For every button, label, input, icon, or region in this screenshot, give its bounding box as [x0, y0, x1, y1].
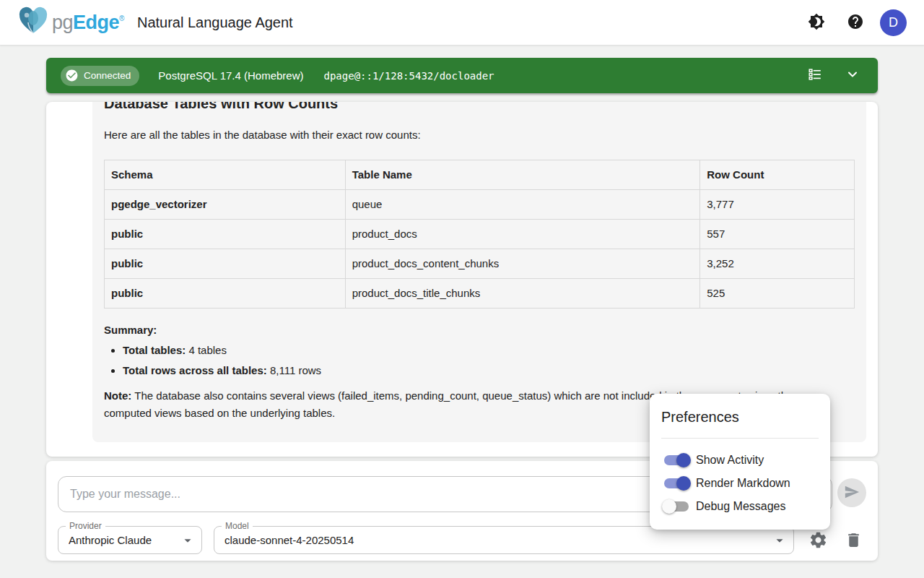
- app-window: pgEdge® Natural Language Agent D: [0, 0, 924, 578]
- pgedge-logo: pgEdge®: [17, 7, 124, 38]
- model-select-label: Model: [222, 521, 253, 531]
- preferences-popup: Preferences Show Activity Render Markdow…: [650, 394, 830, 530]
- connection-string: dpage@::1/128:5432/docloader: [324, 70, 494, 82]
- check-circle-icon: [65, 69, 79, 82]
- summary-heading: Summary:: [104, 324, 855, 336]
- assistant-message-bubble: Database Tables with Row Counts Here are…: [92, 102, 866, 442]
- summary-list: Total tables: 4 tables Total rows across…: [123, 342, 855, 378]
- model-select-value: claude-sonnet-4-20250514: [225, 534, 772, 546]
- connection-bar[interactable]: Connected PostgreSQL 17.4 (Homebrew) dpa…: [46, 58, 878, 93]
- trash-icon: [845, 531, 863, 551]
- table-row: pgedge_vectorizer queue 3,777: [105, 190, 855, 220]
- preference-show-activity: Show Activity: [661, 449, 819, 472]
- message-intro: Here are all the tables in the database …: [104, 126, 855, 144]
- message-heading: Database Tables with Row Counts: [104, 102, 855, 112]
- dark-mode-toggle-button[interactable]: [802, 8, 831, 37]
- provider-select-value: Anthropic Claude: [69, 534, 180, 546]
- column-header-row-count: Row Count: [700, 160, 855, 190]
- table-row: public product_docs_content_chunks 3,252: [105, 249, 855, 279]
- help-button[interactable]: [841, 8, 870, 37]
- show-activity-toggle[interactable]: [664, 455, 689, 465]
- clear-chat-button[interactable]: [840, 528, 866, 554]
- help-icon: [847, 13, 864, 33]
- provider-select-label: Provider: [66, 521, 105, 531]
- dropdown-arrow-icon: [180, 532, 196, 548]
- chevron-down-icon: [845, 67, 860, 84]
- send-button[interactable]: [837, 478, 866, 507]
- connection-expand-button[interactable]: [842, 65, 863, 87]
- app-header: pgEdge® Natural Language Agent D: [0, 0, 924, 46]
- column-header-table-name: Table Name: [345, 160, 700, 190]
- send-icon: [844, 484, 860, 502]
- preference-debug-messages: Debug Messages: [661, 495, 819, 518]
- preference-render-markdown: Render Markdown: [661, 472, 819, 495]
- divider: [661, 438, 819, 439]
- table-row: public product_docs 557: [105, 220, 855, 249]
- brightness-icon: [808, 13, 825, 33]
- table-row: public product_docs_title_chunks 525: [105, 279, 855, 309]
- connection-details-button[interactable]: [804, 65, 826, 87]
- pgedge-logo-mark-icon: [17, 7, 49, 38]
- table-header-row: Schema Table Name Row Count: [105, 160, 855, 190]
- preferences-title: Preferences: [661, 407, 819, 427]
- dropdown-arrow-icon: [772, 532, 788, 548]
- connection-status-label: Connected: [84, 70, 131, 81]
- user-avatar[interactable]: D: [880, 9, 907, 36]
- list-item: Total rows across all tables: 8,111 rows: [123, 363, 855, 378]
- list-item: Total tables: 4 tables: [123, 342, 855, 358]
- provider-select[interactable]: Provider Anthropic Claude: [58, 526, 202, 554]
- server-version-label: PostgreSQL 17.4 (Homebrew): [158, 69, 303, 82]
- column-header-schema: Schema: [105, 160, 346, 190]
- debug-messages-toggle[interactable]: [664, 501, 689, 512]
- gear-icon: [808, 530, 828, 552]
- render-markdown-toggle[interactable]: [664, 478, 689, 488]
- preferences-button[interactable]: [805, 528, 831, 554]
- model-select[interactable]: Model claude-sonnet-4-20250514: [214, 526, 794, 554]
- connection-status-badge: Connected: [61, 66, 139, 86]
- pgedge-wordmark: pgEdge®: [52, 12, 124, 34]
- list-details-icon: [807, 66, 823, 85]
- page-title: Natural Language Agent: [137, 14, 293, 31]
- row-counts-table: Schema Table Name Row Count pgedge_vecto…: [104, 160, 855, 309]
